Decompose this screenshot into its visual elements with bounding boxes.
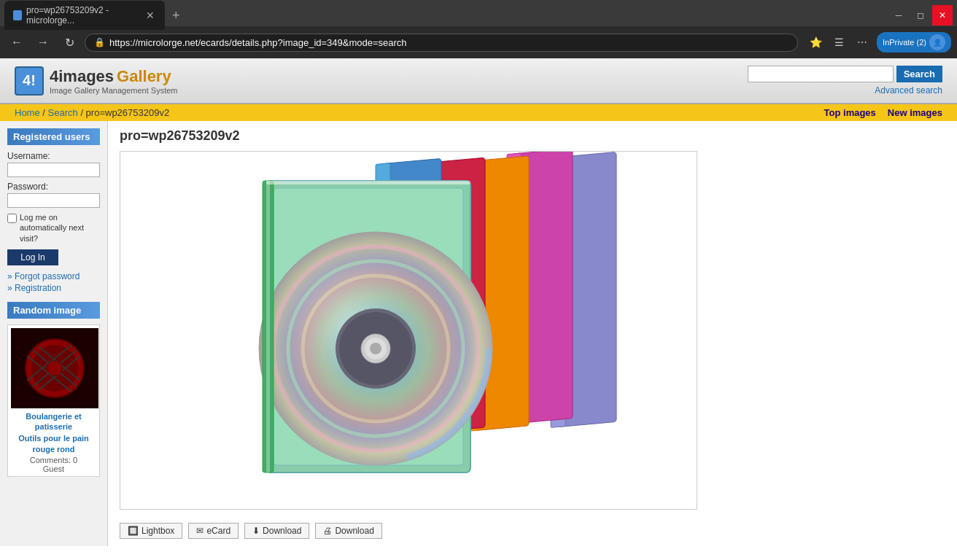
page-title: pro=wp26753209v2 (120, 128, 945, 144)
svg-rect-35 (266, 181, 470, 184)
refresh-button[interactable]: ↻ (58, 31, 80, 53)
random-image-svg (11, 328, 98, 408)
window-controls: ─ ◻ ✕ (888, 5, 953, 26)
registration-link[interactable]: Registration (7, 283, 100, 293)
forgot-password-link[interactable]: Forgot password (7, 271, 100, 281)
ecard-icon: ✉ (196, 526, 204, 536)
breadcrumb-bar: Home / Search / pro=wp26753209v2 Top ima… (0, 104, 957, 121)
image-container (120, 151, 697, 510)
registered-users-title: Registered users (7, 128, 100, 145)
action-buttons: 🔲 Lightbox ✉ eCard ⬇ Download 🖨 Download (120, 523, 945, 539)
forward-button[interactable]: → (32, 31, 54, 53)
random-image-caption2: Outils pour le pain rouge rond (11, 433, 96, 454)
sidebar: Registered users Username: Password: Log… (0, 121, 108, 546)
new-tab-button[interactable]: + (168, 8, 185, 23)
login-button[interactable]: Log In (7, 249, 58, 265)
back-button[interactable]: ← (6, 31, 28, 53)
close-window-button[interactable]: ✕ (932, 5, 953, 26)
breadcrumb-sep1: / (42, 107, 47, 118)
download-label-1: Download (263, 526, 301, 536)
download-icon-1: ⬇ (252, 526, 260, 536)
more-button[interactable]: ⋯ (852, 32, 872, 52)
svg-rect-36 (266, 181, 270, 472)
logo-area: 4! 4images Gallery Image Gallery Managem… (15, 66, 177, 96)
cd-scene (120, 152, 697, 509)
main-content: pro=wp26753209v2 (108, 121, 957, 546)
site-header: 4! 4images Gallery Image Gallery Managem… (0, 58, 957, 104)
minimize-button[interactable]: ─ (888, 5, 909, 26)
username-input[interactable] (7, 163, 100, 177)
logo-4images: 4images (50, 67, 114, 86)
remember-row: Log me on automatically next visit? (7, 212, 100, 244)
active-tab[interactable]: pro=wp26753209v2 - microlorge... ✕ (4, 1, 165, 30)
search-row: Search (748, 66, 942, 82)
collections-button[interactable]: ☰ (829, 32, 849, 52)
remember-checkbox[interactable] (7, 214, 17, 223)
favorites-button[interactable]: ⭐ (805, 32, 826, 52)
browser-window: pro=wp26753209v2 - microlorge... ✕ + ─ ◻… (0, 0, 957, 560)
download-button-1[interactable]: ⬇ Download (244, 523, 309, 539)
lock-icon: 🔒 (94, 37, 105, 47)
lightbox-icon: 🔲 (128, 526, 139, 536)
top-images-link[interactable]: Top images (824, 107, 876, 118)
inprivate-label: InPrivate (2) (883, 38, 926, 47)
page-wrapper: 4! 4images Gallery Image Gallery Managem… (0, 58, 957, 560)
download-icon-2: 🖨 (323, 526, 332, 536)
cd-image-svg (120, 152, 697, 509)
random-image-thumbnail[interactable] (11, 328, 98, 408)
lightbox-label: Lightbox (142, 526, 174, 536)
random-image-caption1: Boulangerie et patisserie (11, 411, 96, 432)
main-layout: Registered users Username: Password: Log… (0, 121, 957, 546)
tab-close-button[interactable]: ✕ (144, 9, 156, 21)
random-image-box: Boulangerie et patisserie Outils pour le… (7, 324, 100, 477)
ecard-button[interactable]: ✉ eCard (188, 523, 239, 539)
logo-gallery: Gallery (117, 67, 171, 86)
search-input[interactable] (748, 66, 894, 82)
advanced-search-link[interactable]: Advanced search (875, 85, 942, 96)
tab-title: pro=wp26753209v2 - microlorge... (26, 5, 140, 26)
tab-bar: pro=wp26753209v2 - microlorge... ✕ + ─ ◻… (0, 0, 957, 26)
breadcrumb-home[interactable]: Home (15, 107, 40, 118)
breadcrumb-search[interactable]: Search (48, 107, 78, 118)
inprivate-badge[interactable]: InPrivate (2) 👤 (877, 32, 951, 52)
random-image-user: Guest (11, 464, 96, 473)
logo-subtitle: Image Gallery Management System (50, 86, 177, 95)
maximize-button[interactable]: ◻ (910, 5, 931, 26)
tab-favicon (13, 10, 22, 20)
svg-point-9 (47, 361, 62, 376)
password-input[interactable] (7, 193, 100, 208)
top-links: Top images New images (824, 107, 942, 118)
logo-icon: 4! (15, 66, 44, 96)
new-images-link[interactable]: New images (888, 107, 942, 118)
lightbox-button[interactable]: 🔲 Lightbox (120, 523, 182, 539)
random-image-title: Random image (7, 302, 100, 319)
password-label: Password: (7, 182, 100, 192)
random-image-comments: Comments: 0 (11, 456, 96, 464)
download-button-2[interactable]: 🖨 Download (315, 523, 381, 539)
logo-text: 4images Gallery Image Gallery Management… (50, 67, 177, 95)
address-bar-container: 🔒 (85, 34, 798, 52)
search-area: Search Advanced search (748, 66, 942, 96)
address-bar[interactable] (109, 37, 789, 48)
breadcrumb-sep2: / (80, 107, 85, 118)
browser-toolbar: ← → ↻ 🔒 ⭐ ☰ ⋯ InPrivate (2) 👤 (0, 26, 957, 58)
profile-icon: 👤 (929, 34, 945, 50)
sidebar-links: Forgot password Registration (7, 271, 100, 293)
download-label-2: Download (335, 526, 373, 536)
breadcrumb-current: pro=wp26753209v2 (86, 107, 170, 118)
username-label: Username: (7, 151, 100, 161)
search-button[interactable]: Search (896, 66, 942, 82)
remember-label: Log me on automatically next visit? (20, 212, 100, 244)
toolbar-actions: ⭐ ☰ ⋯ (805, 32, 872, 52)
ecard-label: eCard (206, 526, 230, 536)
breadcrumb: Home / Search / pro=wp26753209v2 (15, 107, 169, 118)
svg-point-33 (370, 343, 381, 354)
